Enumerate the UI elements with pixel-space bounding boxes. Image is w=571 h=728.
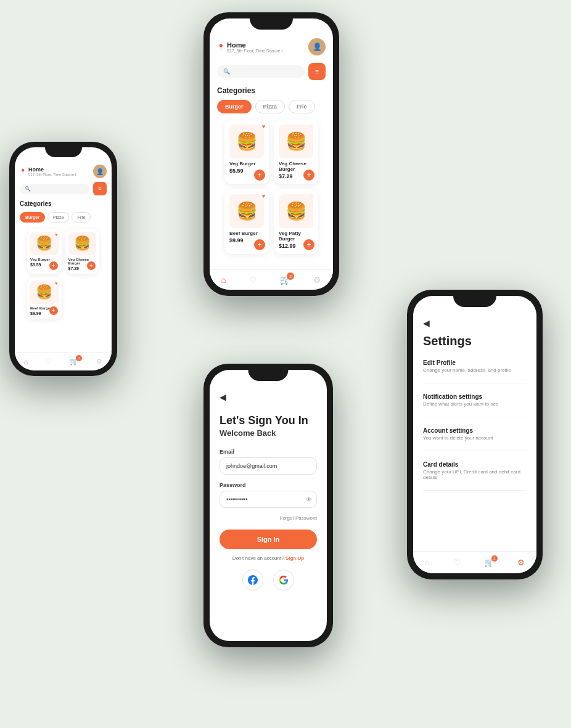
nav-settings-icon-4[interactable]: ⚙ (517, 558, 525, 567)
phone-2-app: 📍 Home 517, 5th Floor, Time Sqaure I 👤 🔍… (15, 147, 112, 370)
tab-fries-2[interactable]: Frie (72, 212, 91, 223)
add-to-cart-button[interactable]: + (303, 170, 314, 181)
bottom-nav-2: ⌂ ♡ 🛒2 ⚙ (15, 352, 112, 370)
location-pin-icon: 📍 (217, 44, 224, 51)
heart-icon[interactable]: ♥ (55, 281, 57, 285)
nav-home-icon-2[interactable]: ⌂ (24, 358, 28, 366)
user-avatar[interactable]: 👤 (308, 38, 326, 55)
nav-settings-icon[interactable]: ⚙ (313, 275, 321, 285)
edit-profile-title: Edit Profile (423, 359, 527, 366)
bottom-nav: ⌂ ♡ 🛒2 ⚙ (210, 269, 333, 290)
categories-title-2: Categories (20, 200, 107, 207)
nav-home-icon-4[interactable]: ⌂ (425, 558, 430, 567)
nav-fav-icon-2[interactable]: ♡ (46, 358, 52, 366)
nav-cart-icon-2[interactable]: 🛒2 (70, 358, 78, 366)
no-account-label: Don't have an account? (232, 555, 284, 561)
settings-bottom-nav: ⌂ ♡ 🛒2 ⚙ (413, 551, 536, 573)
signup-link[interactable]: Sign Up (286, 555, 304, 561)
edit-profile-desc: Change your name, address, and profile (423, 367, 527, 373)
add-to-cart-button[interactable]: + (49, 261, 58, 270)
food-image: 🍔 (279, 194, 313, 228)
food-card-veg-burger[interactable]: ♥ 🍔 Veg Burger $5.59 + (224, 120, 269, 184)
toggle-password-icon[interactable]: 👁 (306, 496, 312, 503)
add-to-cart-button[interactable]: + (254, 239, 265, 250)
phone-3-screen: ◀ Let's Sign You In Welcome Back Email P… (210, 370, 327, 641)
food-card-cheese-2[interactable]: ♡ 🍔 Veg Cheese Burger $7.29 + (65, 229, 100, 274)
phone-3-notch (249, 370, 289, 381)
nav-favorites-icon[interactable]: ♡ (249, 275, 257, 285)
add-to-cart-button[interactable]: + (254, 170, 265, 181)
heart-icon[interactable]: ♥ (262, 123, 265, 129)
back-arrow[interactable]: ◀ (220, 392, 317, 402)
nav-cart-icon-4[interactable]: 🛒2 (484, 558, 494, 567)
signin-button[interactable]: Sign In (220, 530, 317, 549)
phone-1-notch (250, 18, 293, 30)
facebook-login-button[interactable] (242, 570, 263, 591)
search-input-area-2[interactable]: 🔍 (20, 184, 89, 194)
phone-3-frame: ◀ Let's Sign You In Welcome Back Email P… (203, 364, 333, 647)
heart-icon[interactable]: ♡ (310, 123, 314, 129)
heart-icon[interactable]: ♡ (92, 232, 96, 237)
settings-account[interactable]: Account settings You want to delete your… (423, 427, 527, 451)
location-name-2: Home (28, 166, 76, 173)
email-input[interactable] (220, 457, 317, 475)
cart-badge: 2 (287, 272, 294, 280)
location-info-2: 📍 Home 517, 5th Floor, Time Sqaure I (20, 166, 76, 176)
google-login-button[interactable] (273, 570, 294, 591)
nav-cart-icon[interactable]: 🛒2 (280, 275, 290, 285)
tab-pizza[interactable]: Pizza (255, 100, 286, 113)
no-account-text: Don't have an account? Sign Up (220, 555, 317, 561)
tab-pizza-2[interactable]: Pizza (47, 212, 70, 223)
settings-notification[interactable]: Notification settings Define what alerts… (423, 393, 527, 417)
signin-title: Let's Sign You In (220, 414, 317, 427)
user-avatar-2[interactable]: 👤 (93, 165, 107, 178)
categories-title: Categories (217, 86, 326, 95)
food-image: 🍔 (279, 125, 313, 158)
food-card-veg-2[interactable]: ♥ 🍔 Veg Burger $5.59 + (27, 229, 62, 274)
phone-2-frame: 📍 Home 517, 5th Floor, Time Sqaure I 👤 🔍… (9, 142, 117, 376)
location-text: Home 517, 5th Floor, Time Sqaure I (227, 41, 282, 53)
settings-title: Settings (423, 334, 527, 348)
email-label: Email (220, 449, 317, 455)
password-input[interactable] (220, 491, 317, 508)
account-desc: You want to delete your account (423, 435, 527, 441)
heart-icon[interactable]: ♥ (262, 193, 265, 199)
phone-1-frame: 📍 Home 517, 5th Floor, Time Sqaure I 👤 🔍… (203, 12, 339, 296)
settings-back-arrow[interactable]: ◀ (423, 318, 527, 328)
heart-icon[interactable]: ♡ (310, 193, 314, 199)
phone-2-notch (45, 147, 82, 157)
filter-button[interactable]: ≡ (308, 63, 326, 80)
tab-burger-2[interactable]: Burger (20, 212, 45, 223)
food-card-veg-cheese[interactable]: ♡ 🍔 Veg Cheese Burger $7.29 + (274, 120, 318, 184)
social-login (220, 570, 317, 591)
search-input-area[interactable]: 🔍 (217, 65, 305, 78)
location-address: 517, 5th Floor, Time Sqaure I (227, 49, 282, 53)
food-card-beef-2[interactable]: ♥ 🍔 Beef Burger $9.99 + (27, 277, 62, 319)
food-image: 🍔 (229, 125, 264, 158)
nav-settings-icon-2[interactable]: ⚙ (96, 358, 102, 366)
phone-4-screen: ◀ Settings Edit Profile Change your name… (413, 296, 536, 573)
settings-edit-profile[interactable]: Edit Profile Change your name, address, … (423, 359, 527, 383)
food-image: 🍔 (30, 280, 59, 304)
forget-password-link[interactable]: Forget Password (220, 515, 317, 521)
nav-fav-icon-4[interactable]: ♡ (453, 558, 461, 567)
phone-1-app: 📍 Home 517, 5th Floor, Time Sqaure I 👤 🔍… (210, 18, 333, 290)
filter-button-2[interactable]: ≡ (93, 182, 107, 195)
tab-burger[interactable]: Burger (217, 100, 252, 113)
nav-home-icon[interactable]: ⌂ (221, 275, 226, 285)
tab-fries[interactable]: Frie (289, 100, 315, 113)
add-to-cart-button[interactable]: + (303, 239, 314, 250)
cart-badge-4: 2 (491, 555, 498, 562)
food-card-veg-patty[interactable]: ♡ 🍔 Veg Patty Burger $12.99 + (274, 189, 318, 254)
location-info: 📍 Home 517, 5th Floor, Time Sqaure I (217, 41, 282, 53)
settings-content: ◀ Settings Edit Profile Change your name… (413, 296, 536, 573)
notification-desc: Define what alerts you want to see (423, 401, 527, 407)
food-grid: ♥ 🍔 Veg Burger $5.59 + ♡ 🍔 Veg Cheese Bu… (217, 120, 326, 254)
heart-icon[interactable]: ♥ (55, 232, 57, 237)
add-to-cart-button[interactable]: + (49, 306, 58, 315)
add-to-cart-button[interactable]: + (87, 261, 96, 270)
settings-card[interactable]: Card details Change your UPI, Credit car… (423, 461, 527, 491)
food-card-beef[interactable]: ♥ 🍔 Beef Burger $9.99 + (224, 189, 269, 254)
phone-4-notch (453, 296, 496, 307)
food-image: 🍔 (229, 194, 264, 228)
